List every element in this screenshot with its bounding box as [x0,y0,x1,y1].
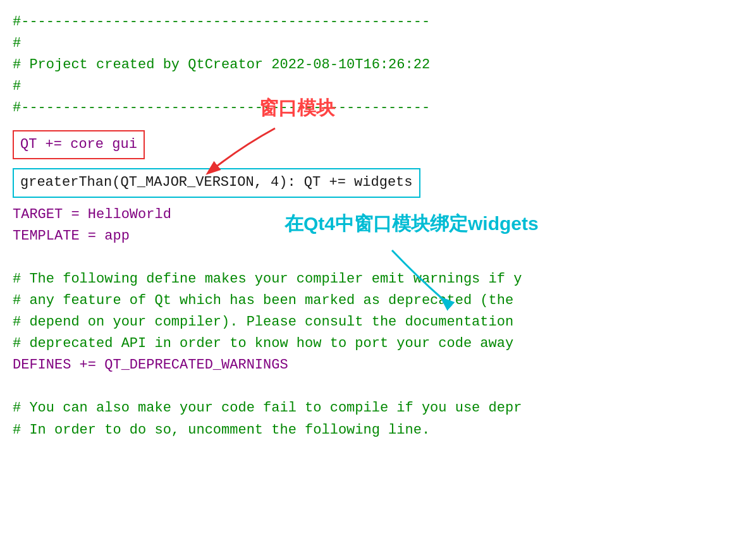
page-wrapper: #---------------------------------------… [13,11,728,441]
qt-core-gui-line: QT += core gui [13,128,728,162]
code-line-17: # In order to do so, uncomment the follo… [13,420,728,441]
blank-line-2 [13,376,728,398]
code-line-4: # [13,76,728,97]
annotation-red: 窗口模块 [259,94,335,123]
code-line-5: #---------------------------------------… [13,97,728,119]
code-line-2: # [13,33,728,54]
code-line-14: DEFINES += QT_DEPRECATED_WARNINGS [13,355,728,376]
code-line-12: # depend on your compiler). Please consu… [13,312,728,333]
greater-than-line: greaterThan(QT_MAJOR_VERSION, 4): QT += … [13,166,728,200]
code-line-3: # Project created by QtCreator 2022-08-1… [13,54,728,76]
greater-than-highlight: greaterThan(QT_MAJOR_VERSION, 4): QT += … [13,168,420,197]
blank-line-1 [13,247,728,269]
code-line-11: # any feature of Qt which has been marke… [13,290,728,312]
code-line-13: # deprecated API in order to know how to… [13,333,728,355]
code-line-10: # The following define makes your compil… [13,269,728,290]
code-line-16: # You can also make your code fail to co… [13,398,728,419]
qt-core-gui-highlight: QT += core gui [13,130,145,159]
annotation-cyan: 在Qt4中窗口模块绑定widgets [285,209,539,239]
target-template-block: TARGET = HelloWorld TEMPLATE = app 在Qt4中… [13,204,728,247]
code-line-5-wrapper: #---------------------------------------… [13,97,728,123]
code-line-1: #---------------------------------------… [13,11,728,33]
